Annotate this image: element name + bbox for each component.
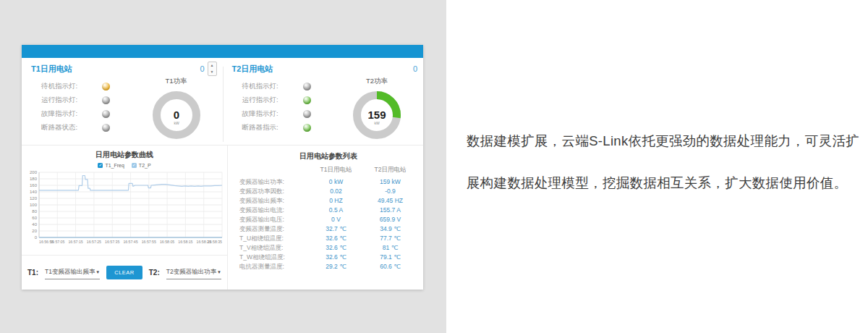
svg-text:16:58:05: 16:58:05 — [160, 240, 174, 244]
svg-text:180: 180 — [30, 177, 38, 181]
spinner-up-icon[interactable]: ▲ — [208, 62, 216, 69]
svg-text:160: 160 — [30, 183, 38, 187]
table-cell-t1: 32.6 ℃ — [309, 243, 363, 253]
table-cell-t2: -0.9 — [363, 187, 417, 196]
chart-title: 日用电站参数曲线 — [22, 150, 227, 160]
table-header-t1: T1日用电站 — [309, 166, 363, 177]
chart-section: 日用电站参数曲线 ✓T1_Freq✓T2_P 16:56:5516:57:051… — [22, 146, 227, 255]
table-title: 日用电站参数列表 — [239, 151, 417, 161]
chart-legend: ✓T1_Freq✓T2_P — [22, 162, 227, 169]
legend-label: T2_P — [139, 163, 151, 168]
table-cell-t2: 34.9 ℃ — [363, 224, 417, 234]
table-section: 日用电站参数列表 T1日用电站 T2日用电站 变频器输出功率:0 kW159 k… — [228, 146, 423, 290]
indicator-label: 故障指示灯: — [41, 109, 93, 119]
svg-text:16:57:45: 16:57:45 — [123, 240, 137, 244]
panel-head-t1: T1日用电站 0 ▲ ▼ — [31, 63, 217, 75]
table-row-label: 变频器功率因数: — [239, 187, 309, 196]
table-row-label: 变频器输出频率: — [239, 196, 309, 206]
t2-select-value: T2变频器输出功率 — [166, 268, 216, 277]
indicator-list-t1: 待机指示灯:运行指示灯:故障指示灯:断路器状态: — [41, 80, 110, 146]
svg-text:40: 40 — [32, 222, 37, 227]
power-gauge-t1: 0kW — [148, 87, 205, 143]
panel-head-t2: T2日用电站 0 — [232, 63, 418, 75]
spinner-down-icon[interactable]: ▼ — [208, 69, 216, 75]
dashboard-card: T1日用电站 0 ▲ ▼ 待机指示灯:运行指示灯:故障指示灯:断路器状态: T1… — [22, 45, 423, 290]
legend-checkbox-icon: ✓ — [132, 163, 137, 168]
legend-label: T1_Freq — [105, 163, 124, 168]
indicator-row: 断路器状态: — [41, 121, 110, 135]
table-cell-t2: 659.9 V — [363, 215, 417, 224]
table-row-label: T_U相绕组温度: — [239, 234, 309, 243]
svg-text:16:57:15: 16:57:15 — [68, 240, 82, 244]
corner-controls-t2: 0 — [413, 64, 417, 73]
svg-text:kW: kW — [374, 121, 380, 125]
indicator-label: 运行指示灯: — [41, 96, 93, 105]
table-cell-t2: 77.7 ℃ — [363, 234, 417, 243]
indicator-light — [102, 124, 110, 132]
table-cell-t2: 60.6 ℃ — [363, 262, 417, 271]
description-line: 展构建数据处理模型，挖掘数据相互关系，扩大数据使用价值。 — [467, 162, 850, 204]
indicator-row: 故障指示灯: — [242, 107, 311, 121]
gauge-title-t2: T2功率 — [345, 77, 409, 86]
gauge-box-t1: T1功率 0kW — [145, 77, 208, 146]
table-row-label: T_V相绕组温度: — [239, 243, 309, 253]
power-gauge-t2: 159kW — [349, 87, 405, 143]
corner-value-t2: 0 — [413, 64, 417, 73]
station-panel-t2: T2日用电站 0 待机指示灯:运行指示灯:故障指示灯:断路器指示: T2功率 1… — [223, 58, 424, 145]
svg-text:0: 0 — [173, 109, 179, 121]
clear-button[interactable]: CLEAR — [106, 266, 142, 279]
indicator-light — [303, 96, 311, 104]
gauge-box-t2: T2功率 159kW — [345, 77, 409, 146]
station-title-t1: T1日用电站 — [31, 64, 72, 75]
indicator-light — [303, 110, 311, 118]
svg-text:159: 159 — [367, 109, 386, 121]
t1-select-value: T1变频器输出频率 — [45, 268, 95, 277]
t1-parameter-select[interactable]: T1变频器输出频率 ▼ — [45, 266, 100, 279]
station-panel-t1: T1日用电站 0 ▲ ▼ 待机指示灯:运行指示灯:故障指示灯:断路器状态: T1… — [22, 58, 223, 145]
indicator-label: 故障指示灯: — [242, 109, 294, 119]
table-cell-t2: 49.45 HZ — [363, 196, 417, 206]
svg-text:16:57:35: 16:57:35 — [105, 240, 119, 244]
table-cell-t2: 81 ℃ — [363, 243, 417, 253]
panel-body-t1: 待机指示灯:运行指示灯:故障指示灯:断路器状态: T1功率 0kW — [31, 77, 217, 146]
panel-body-t2: 待机指示灯:运行指示灯:故障指示灯:断路器指示: T2功率 159kW — [232, 77, 418, 146]
chart-column: 日用电站参数曲线 ✓T1_Freq✓T2_P 16:56:5516:57:051… — [22, 146, 228, 290]
table-cell-t1: 0 HZ — [309, 196, 363, 206]
svg-text:0: 0 — [35, 235, 38, 240]
corner-value-t1: 0 — [200, 64, 204, 73]
svg-text:120: 120 — [30, 196, 38, 201]
svg-text:200: 200 — [30, 170, 38, 174]
number-spinner[interactable]: ▲ ▼ — [208, 62, 217, 76]
parameter-table: T1日用电站 T2日用电站 变频器输出功率:0 kW159 kW变频器功率因数:… — [239, 166, 417, 271]
table-cell-t2: 79.1 ℃ — [363, 253, 417, 262]
table-cell-t1: 32.6 ℃ — [309, 234, 363, 243]
table-cell-t2: 155.7 A — [363, 206, 417, 215]
table-cell-t1: 32.7 ℃ — [309, 224, 363, 234]
table-cell-t1: 29.2 ℃ — [309, 262, 363, 271]
indicator-list-t2: 待机指示灯:运行指示灯:故障指示灯:断路器指示: — [242, 80, 311, 146]
t2-parameter-select[interactable]: T2变频器输出功率 ▼ — [166, 266, 221, 279]
table-row-label: T_W相绕组温度: — [239, 253, 309, 262]
table-row-label: 变频器输出电压: — [239, 215, 309, 224]
svg-text:80: 80 — [32, 209, 37, 214]
legend-item-t2_p[interactable]: ✓T2_P — [132, 163, 151, 168]
stations-row: T1日用电站 0 ▲ ▼ 待机指示灯:运行指示灯:故障指示灯:断路器状态: T1… — [22, 58, 423, 145]
indicator-label: 断路器指示: — [242, 123, 294, 132]
indicator-light — [303, 124, 311, 132]
indicator-label: 待机指示灯: — [242, 82, 294, 91]
indicator-label: 断路器状态: — [41, 123, 93, 132]
legend-item-t1_freq[interactable]: ✓T1_Freq — [98, 163, 124, 168]
svg-text:16:58:15: 16:58:15 — [178, 240, 192, 244]
svg-text:100: 100 — [30, 203, 38, 207]
table-cell-t1: 0 kW — [309, 177, 363, 187]
table-corner-cell — [239, 166, 309, 177]
indicator-light — [102, 96, 110, 104]
indicator-row: 待机指示灯: — [41, 80, 110, 93]
parameter-line-chart: 16:56:5516:57:0516:57:1516:57:2516:57:35… — [22, 169, 226, 254]
indicator-label: 待机指示灯: — [41, 82, 93, 91]
t1-select-label: T1: — [27, 269, 38, 277]
svg-text:60: 60 — [32, 216, 37, 220]
marketing-description: 数据建模扩展，云端S-Link依托更强劲的数据处理能力，可灵活扩 展构建数据处理… — [467, 120, 850, 204]
legend-checkbox-icon: ✓ — [98, 163, 103, 168]
table-row-label: 变频器输出功率: — [239, 177, 309, 187]
